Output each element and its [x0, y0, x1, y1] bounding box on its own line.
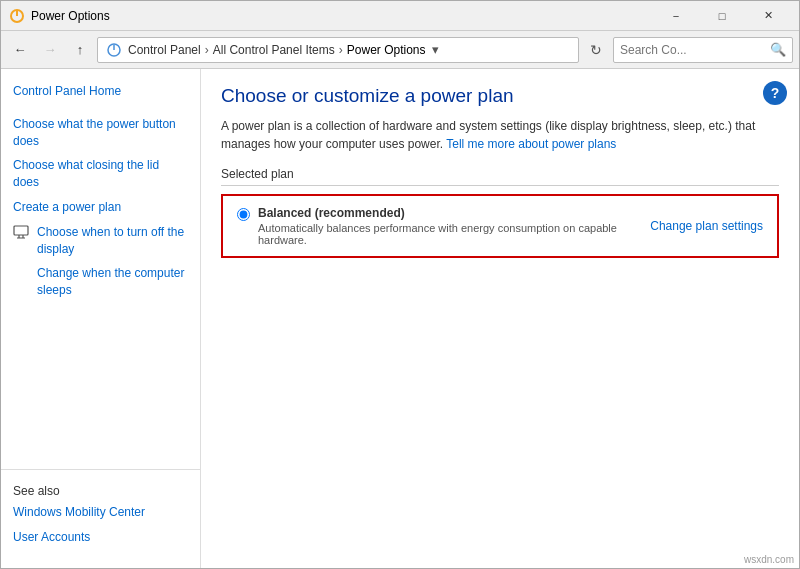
sidebar-item-power-button[interactable]: Choose what the power button does: [1, 112, 200, 154]
change-plan-settings-button[interactable]: Change plan settings: [650, 219, 763, 233]
path-sep2: ›: [339, 43, 343, 57]
address-bar: ← → ↑ Control Panel › All Control Panel …: [1, 31, 799, 69]
sidebar-turn-off-display-label: Choose when to turn off the display: [37, 224, 188, 258]
window-controls: − □ ✕: [653, 1, 791, 31]
sidebar-home-label: Control Panel Home: [13, 83, 121, 100]
sidebar-item-turn-off-display[interactable]: Choose when to turn off the display: [1, 220, 200, 262]
see-also-heading: See also: [1, 478, 200, 500]
search-input[interactable]: [620, 43, 770, 57]
window-title: Power Options: [31, 9, 653, 23]
close-button[interactable]: ✕: [745, 1, 791, 31]
sidebar-item-home[interactable]: Control Panel Home: [1, 79, 200, 104]
search-icon[interactable]: 🔍: [770, 42, 786, 57]
plan-description: Automatically balances performance with …: [258, 222, 650, 246]
power-display-icon: [13, 224, 33, 240]
plan-radio-area: Balanced (recommended) Automatically bal…: [237, 206, 650, 246]
path-part2: All Control Panel Items: [213, 43, 335, 57]
plan-info: Balanced (recommended) Automatically bal…: [258, 206, 650, 246]
minimize-button[interactable]: −: [653, 1, 699, 31]
sidebar-item-lid[interactable]: Choose what closing the lid does: [1, 153, 200, 195]
window-icon: [9, 8, 25, 24]
plan-radio[interactable]: [237, 208, 250, 221]
forward-button[interactable]: →: [37, 37, 63, 63]
learn-more-link[interactable]: Tell me more about power plans: [446, 137, 616, 151]
power-sleep-icon: [13, 265, 33, 281]
sidebar-bottom: See also Windows Mobility Center User Ac…: [1, 469, 200, 558]
plan-container: Balanced (recommended) Automatically bal…: [221, 194, 779, 258]
page-title: Choose or customize a power plan: [221, 85, 779, 107]
main-description: A power plan is a collection of hardware…: [221, 117, 779, 153]
maximize-button[interactable]: □: [699, 1, 745, 31]
content-area: Control Panel Home Choose what the power…: [1, 69, 799, 568]
sidebar: Control Panel Home Choose what the power…: [1, 69, 201, 568]
plan-name: Balanced (recommended): [258, 206, 650, 220]
back-button[interactable]: ←: [7, 37, 33, 63]
sidebar-lid-label: Choose what closing the lid does: [13, 157, 188, 191]
address-field[interactable]: Control Panel › All Control Panel Items …: [97, 37, 579, 63]
search-box: 🔍: [613, 37, 793, 63]
selected-plan-header: Selected plan: [221, 167, 779, 186]
path-sep1: ›: [205, 43, 209, 57]
sidebar-power-button-label: Choose what the power button does: [13, 116, 188, 150]
svg-rect-2: [14, 226, 28, 235]
address-path: Control Panel › All Control Panel Items …: [106, 42, 425, 58]
sidebar-user-accounts-label: User Accounts: [13, 529, 90, 546]
path-part3: Power Options: [347, 43, 426, 57]
watermark: wsxdn.com: [744, 554, 794, 565]
sidebar-item-create-plan[interactable]: Create a power plan: [1, 195, 200, 220]
window: Power Options − □ ✕ ← → ↑ Control Panel …: [0, 0, 800, 569]
title-bar: Power Options − □ ✕: [1, 1, 799, 31]
address-dropdown-button[interactable]: ▾: [425, 38, 445, 62]
sidebar-item-user-accounts[interactable]: User Accounts: [1, 525, 200, 550]
help-button[interactable]: ?: [763, 81, 787, 105]
sidebar-sleep-label: Change when the computer sleeps: [37, 265, 188, 299]
main-content: ? Choose or customize a power plan A pow…: [201, 69, 799, 568]
path-part1: Control Panel: [128, 43, 201, 57]
up-button[interactable]: ↑: [67, 37, 93, 63]
sidebar-item-mobility[interactable]: Windows Mobility Center: [1, 500, 200, 525]
sidebar-mobility-label: Windows Mobility Center: [13, 504, 145, 521]
refresh-button[interactable]: ↻: [583, 37, 609, 63]
sidebar-item-sleep[interactable]: Change when the computer sleeps: [1, 261, 200, 303]
sidebar-create-plan-label: Create a power plan: [13, 199, 121, 216]
